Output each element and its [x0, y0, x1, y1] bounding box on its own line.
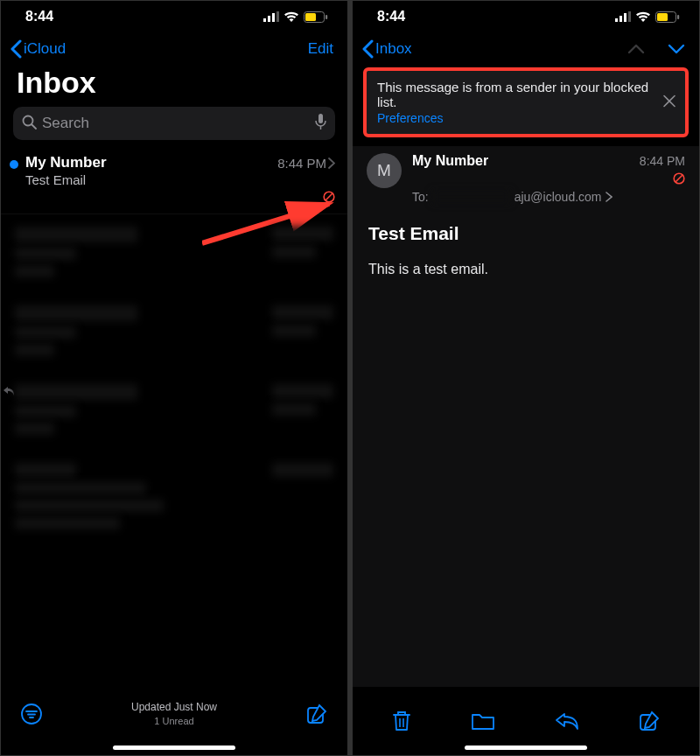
compose-button[interactable]	[305, 703, 328, 725]
blocked-banner: This message is from a sender in your bl…	[363, 67, 689, 137]
bottom-status: Updated Just Now 1 Unread	[131, 701, 217, 727]
search-bar[interactable]	[13, 107, 335, 140]
to-suffix: aju@icloud.com	[514, 190, 602, 204]
cellular-icon	[263, 11, 279, 22]
reply-indicator-icon	[3, 384, 15, 400]
svg-rect-2	[272, 13, 275, 22]
detail-time: 8:44 PM	[640, 154, 685, 168]
unread-dot-icon	[10, 160, 18, 169]
banner-text: This message is from a sender in your bl…	[377, 80, 654, 109]
home-indicator	[465, 746, 587, 750]
detail-subject: Test Email	[368, 223, 683, 244]
home-indicator	[113, 746, 235, 750]
battery-icon	[655, 11, 680, 23]
nav-bar: Inbox	[353, 32, 699, 62]
blurred-row	[1, 372, 347, 451]
detail-sender[interactable]: My Number	[412, 153, 488, 169]
message-main: My Number 8:44 PM Test Email	[25, 154, 335, 206]
status-time: 8:44	[25, 9, 53, 24]
message-header: M My Number 8:44 PM To: aju@icloud.com	[353, 146, 699, 214]
filter-button[interactable]	[20, 703, 43, 725]
blurred-row	[1, 214, 347, 293]
search-input[interactable]	[42, 115, 310, 132]
blurred-row	[1, 451, 347, 545]
status-bar: 8:44	[353, 1, 699, 32]
reply-button[interactable]	[555, 711, 579, 731]
mic-icon[interactable]	[315, 114, 326, 134]
compose-button[interactable]	[638, 710, 661, 732]
message-sender: My Number	[25, 154, 107, 172]
phone-right: 8:44 Inbox	[353, 1, 699, 755]
wifi-icon	[284, 11, 299, 23]
svg-rect-5	[326, 15, 327, 19]
back-label: Inbox	[375, 40, 412, 58]
status-right	[263, 11, 328, 23]
back-button[interactable]: iCloud	[10, 39, 66, 59]
message-time: 8:44 PM	[277, 156, 335, 171]
battery-icon	[304, 11, 328, 23]
svg-rect-9	[318, 114, 323, 123]
back-button[interactable]: Inbox	[361, 39, 412, 59]
detail-to[interactable]: To: aju@icloud.com	[412, 190, 685, 204]
svg-line-29	[676, 175, 682, 182]
message-row[interactable]: My Number 8:44 PM Test Email	[1, 149, 347, 214]
svg-rect-0	[263, 18, 266, 22]
chevron-right-icon	[328, 158, 335, 169]
prev-message-button[interactable]	[627, 44, 645, 54]
blocked-icon	[323, 191, 335, 206]
status-text: Updated Just Now	[131, 701, 217, 715]
next-message-button[interactable]	[668, 44, 685, 54]
svg-line-12	[326, 193, 332, 200]
redacted-recipient	[432, 191, 511, 203]
svg-rect-3	[276, 11, 279, 22]
status-bar: 8:44	[1, 1, 347, 32]
status-sub: 1 Unread	[131, 715, 217, 727]
svg-rect-19	[615, 18, 618, 22]
back-label: iCloud	[24, 40, 66, 58]
search-icon	[22, 115, 37, 133]
status-right	[615, 11, 680, 23]
wifi-icon	[635, 11, 651, 23]
svg-rect-20	[620, 16, 622, 22]
message-subject: Test Email	[25, 172, 335, 187]
to-prefix: To:	[412, 190, 429, 204]
blurred-row	[1, 293, 347, 372]
chevron-right-icon	[606, 192, 612, 202]
svg-rect-25	[657, 13, 668, 21]
detail-text: This is a test email.	[368, 262, 683, 277]
close-banner-button[interactable]	[662, 94, 676, 111]
svg-rect-24	[677, 15, 679, 19]
svg-rect-6	[305, 13, 316, 21]
svg-rect-1	[268, 16, 270, 22]
svg-line-8	[32, 124, 37, 129]
page-title: Inbox	[1, 62, 347, 107]
move-button[interactable]	[471, 711, 495, 731]
avatar[interactable]: M	[367, 153, 402, 188]
svg-point-7	[24, 116, 33, 125]
chevron-left-icon	[10, 39, 22, 59]
nav-bar: iCloud Edit	[1, 32, 347, 62]
svg-rect-21	[624, 13, 626, 22]
phone-left: 8:44 iCloud Edit Inbox	[1, 1, 347, 755]
status-time: 8:44	[377, 9, 405, 24]
delete-button[interactable]	[391, 710, 412, 732]
cellular-icon	[615, 11, 631, 22]
edit-button[interactable]: Edit	[308, 40, 333, 58]
preferences-link[interactable]: Preferences	[377, 111, 443, 125]
svg-rect-22	[628, 11, 631, 22]
chevron-left-icon	[361, 39, 374, 59]
blocked-icon	[673, 172, 685, 188]
message-body: Test Email This is a test email.	[353, 214, 699, 687]
